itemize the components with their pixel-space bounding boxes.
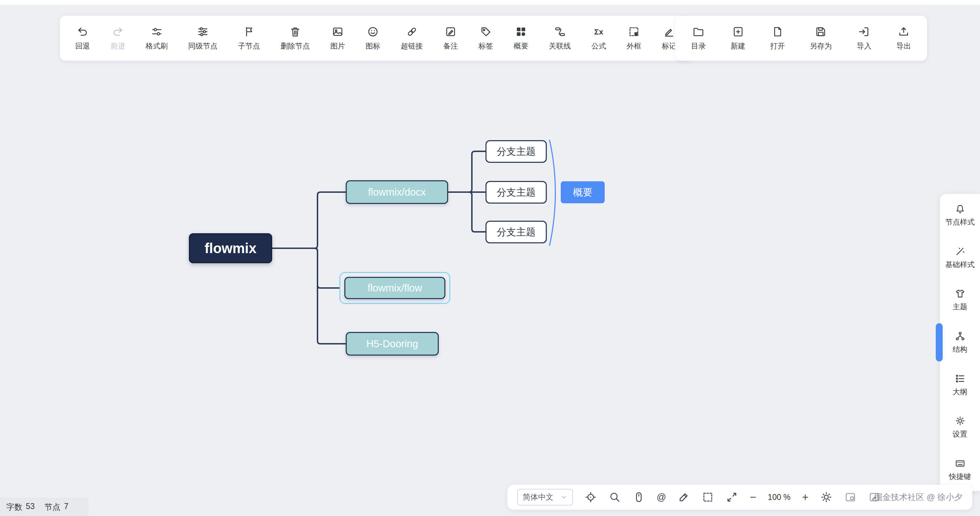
- mindmap-summary-node[interactable]: 概要: [561, 181, 605, 203]
- summary-brace: [550, 140, 555, 245]
- mindmap-child-node[interactable]: 分支主题: [485, 181, 547, 204]
- watermark-text: 掘金技术社区 @ 徐小夕: [874, 492, 963, 503]
- app-canvas[interactable]: flowmix flowmix/docx flowmix/flow H5-Doo…: [0, 0, 980, 516]
- mindmap-branch-node-flow-selected[interactable]: flowmix/flow: [344, 277, 445, 299]
- mindmap-child-node[interactable]: 分支主题: [485, 140, 547, 163]
- mindmap-edges: [0, 0, 980, 516]
- mindmap-branch-node-docx[interactable]: flowmix/docx: [346, 180, 448, 204]
- mindmap-root-node[interactable]: flowmix: [189, 233, 272, 263]
- mindmap-branch-node-dooring[interactable]: H5-Dooring: [346, 332, 439, 356]
- mindmap-child-node[interactable]: 分支主题: [485, 221, 547, 244]
